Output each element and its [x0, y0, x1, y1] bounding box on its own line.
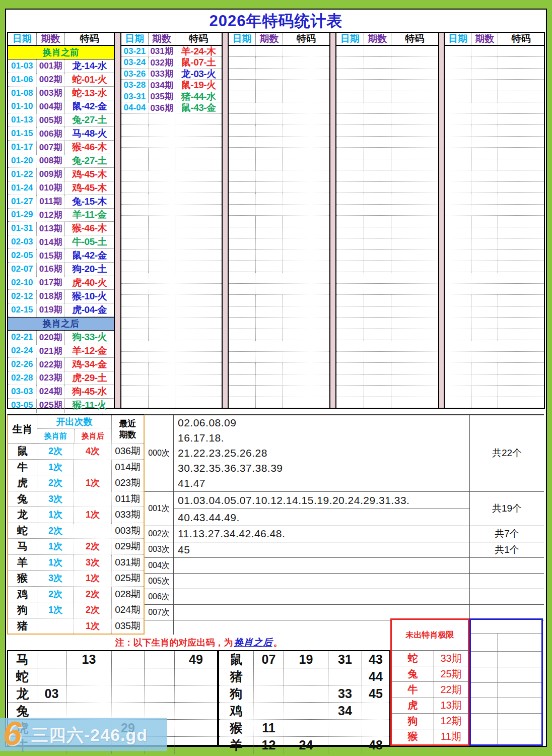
frequency-table: 000次02.06.08.0916.17.18.21.22.23.25.26.2… [145, 414, 544, 635]
period-cell [256, 284, 283, 294]
period-cell: 014期 [37, 235, 65, 248]
code-cell [498, 261, 544, 272]
date-cell [445, 261, 471, 272]
zodiac-name: 猪 [8, 618, 37, 634]
table-row-empty [229, 91, 329, 102]
number-cell: 31 [328, 651, 362, 668]
recent-period: 011期 [112, 491, 144, 507]
date-cell [445, 340, 471, 351]
zodiac-stats-row: 牛 1次 014期 [8, 460, 144, 476]
date-cell: 02-10 [8, 276, 37, 289]
table-row-empty [445, 159, 544, 170]
code-cell [498, 91, 544, 102]
date-cell [445, 182, 471, 193]
after-count [74, 491, 112, 507]
table-row-empty [229, 363, 329, 374]
table-row-empty [121, 318, 222, 329]
empty-blue-box [469, 618, 543, 746]
date-cell [445, 386, 471, 396]
code-cell [175, 318, 222, 328]
period-header: 期数 [256, 33, 283, 45]
code-cell [283, 352, 329, 362]
zodiac-name: 鸡 [8, 587, 37, 602]
date-cell [121, 125, 149, 136]
code-cell: 狗-33-火 [65, 331, 114, 344]
date-cell [336, 306, 364, 317]
date-cell [229, 352, 256, 362]
date-cell [336, 295, 364, 305]
code-cell [391, 397, 438, 408]
table-group-4: 日期 期数 特码 [335, 32, 439, 409]
number-cell: 49 [175, 651, 217, 668]
recent-period: 003期 [112, 523, 144, 539]
period-cell [364, 363, 392, 373]
code-cell [283, 205, 329, 215]
table-row-empty [229, 329, 329, 340]
code-cell: 虎-40-火 [65, 276, 114, 289]
period-cell [256, 216, 283, 226]
table-row-empty [445, 114, 544, 125]
code-cell [498, 295, 544, 305]
date-cell [121, 272, 149, 283]
code-cell: 兔-27-土 [65, 154, 114, 167]
table-row-empty [445, 193, 544, 204]
freq-label: 006次 [145, 589, 174, 604]
date-cell [121, 329, 149, 340]
note-link: 换肖之后 [234, 636, 272, 649]
table-row-empty [336, 57, 438, 68]
period-cell [256, 102, 283, 113]
date-cell [229, 295, 256, 305]
period-cell: 010期 [37, 181, 65, 195]
date-cell: 01-10 [8, 100, 37, 113]
code-cell [391, 318, 438, 328]
period-cell [364, 57, 392, 68]
recent-period: 029期 [112, 539, 144, 554]
date-cell [229, 397, 256, 408]
limit-row: 虎 13期 [392, 698, 468, 714]
table-row-empty [336, 329, 438, 340]
period-cell [149, 397, 176, 408]
period-cell [364, 249, 392, 260]
limit-period: 13期 [434, 698, 468, 713]
code-cell: 羊-24-木 [175, 46, 222, 56]
period-cell [149, 205, 176, 215]
period-header: 期数 [471, 33, 498, 45]
table-group-header: 日期 期数 特码 [121, 33, 222, 46]
period-cell [256, 137, 283, 147]
stats-body: 鼠 2次 4次 036期 牛 1次 014期 虎 2次 1次 023期 兔 3次… [8, 444, 144, 634]
table-row-empty [336, 374, 438, 386]
zodiac-stats-row: 鼠 2次 4次 036期 [8, 444, 144, 460]
code-cell: 鸡-45-木 [65, 168, 114, 181]
date-cell [121, 261, 149, 272]
period-cell [256, 329, 283, 340]
table-row-empty [229, 227, 329, 238]
date-cell [336, 69, 364, 79]
date-cell: 03-21 [121, 46, 149, 56]
date-cell: 02-12 [8, 290, 37, 303]
table-row: 02-05 015期 鼠-42-金 [8, 249, 114, 263]
limit-row: 猴 11期 [392, 729, 468, 744]
number-cell [328, 720, 362, 736]
code-cell [498, 227, 544, 238]
code-cell: 狗-45-水 [65, 385, 114, 398]
band-before: 换肖之前 [8, 46, 114, 59]
period-cell [471, 193, 498, 204]
date-cell [336, 57, 364, 68]
table-row-empty [336, 69, 438, 80]
zodiac-stats-row: 鸡 2次 2次 028期 [8, 587, 144, 603]
freq-total [469, 589, 544, 604]
period-cell [149, 125, 176, 136]
code-cell: 蛇-01-火 [65, 73, 114, 86]
date-cell [229, 272, 256, 283]
zodiac-stats-row: 猪 1次 035期 [8, 618, 144, 634]
code-cell [283, 238, 329, 249]
table-row-empty [229, 397, 329, 408]
period-cell [149, 284, 176, 294]
date-cell [229, 261, 256, 272]
number-cell [37, 651, 66, 668]
period-cell [149, 340, 176, 351]
number-cell: 24 [284, 737, 328, 753]
code-cell [175, 170, 222, 181]
code-cell: 龙-03-火 [175, 69, 222, 79]
period-cell [149, 386, 176, 396]
